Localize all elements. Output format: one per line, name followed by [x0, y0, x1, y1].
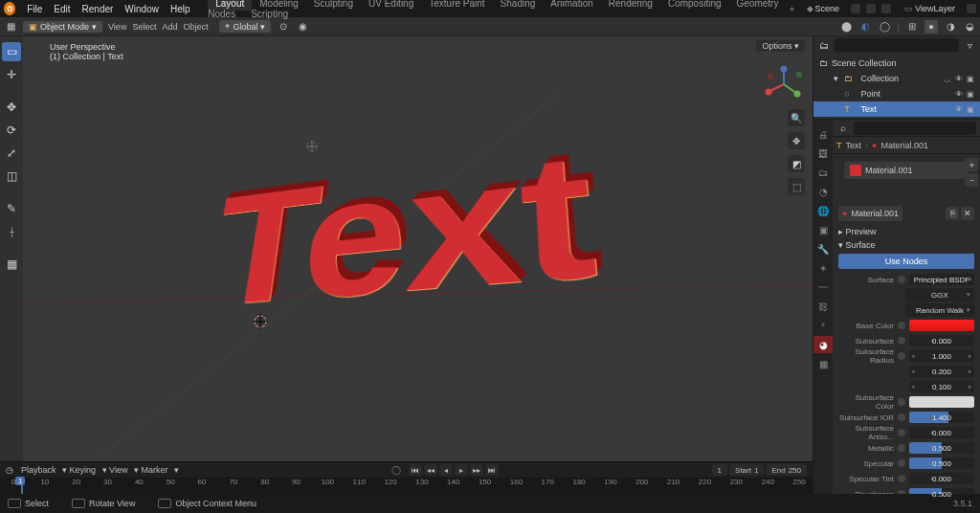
select-tool[interactable]: ▭ [2, 42, 21, 61]
mode-selector[interactable]: ▣Object Mode▾ [23, 21, 102, 33]
ptab-constraints[interactable]: ⛓ [813, 298, 833, 315]
editor-type-icon[interactable]: ▦ [4, 20, 17, 33]
filter-icon[interactable]: ▿ [963, 38, 976, 52]
tree-collection[interactable]: ▾🗀 Collection ◡👁▣ [813, 71, 980, 86]
workspace-tab-sculpting[interactable]: Sculpting [306, 0, 361, 11]
surface-panel-toggle[interactable]: ▾ Surface [838, 238, 974, 252]
tree-scene-collection[interactable]: 🗀Scene Collection [813, 56, 980, 71]
overlays-icon[interactable]: ◯ [878, 20, 891, 33]
header-menu-view[interactable]: View [108, 22, 126, 32]
keyframe-prev-button[interactable]: ◂◂ [424, 464, 437, 476]
shader-selector[interactable]: Principled BSDF▾ [909, 274, 974, 285]
transform-tool[interactable]: ◫ [2, 167, 21, 186]
move-tool[interactable]: ✥ [2, 98, 21, 117]
menu-window[interactable]: Window [119, 2, 165, 16]
ptab-object[interactable]: ▣ [813, 221, 833, 238]
prop-subsurf-color[interactable] [909, 396, 974, 408]
ptab-physics[interactable]: 〰 [813, 279, 833, 296]
viewlayer-selector[interactable]: ▭ViewLayer [901, 2, 959, 15]
play-rev-button[interactable]: ◂ [439, 464, 453, 476]
ptab-viewlayer[interactable]: 🗂 [813, 164, 833, 181]
viewport[interactable]: User Perspective (1) Collection | Text O… [23, 36, 813, 494]
shading-flat-icon[interactable]: ⬤ [839, 20, 853, 33]
cursor-tool[interactable]: ✛ [2, 65, 21, 84]
ptab-data[interactable]: ᵃ [813, 317, 833, 334]
slot-remove-button[interactable]: － [965, 173, 978, 187]
frame-end[interactable]: End 250 [766, 464, 807, 476]
prop-subsurface[interactable]: ◂0.000▸ [909, 335, 974, 346]
ptab-particles[interactable]: ✶ [813, 259, 833, 277]
camera-icon[interactable]: ◩ [788, 155, 805, 172]
options-popover[interactable]: Options ▾ [756, 40, 805, 52]
prop-subsurface-radius[interactable]: ◂1.000▸ [909, 350, 974, 362]
wireframe-icon[interactable]: ⊞ [905, 20, 919, 33]
tl-menu-marker[interactable]: Marker [141, 465, 167, 475]
ptab-material[interactable]: ◕ [813, 336, 833, 353]
workspace-tab-texture-paint[interactable]: Texture Paint [421, 0, 492, 11]
outliner-editor-icon[interactable]: 🗂 [817, 38, 831, 52]
workspace-tab-rendering[interactable]: Rendering [601, 0, 660, 11]
material-slot[interactable]: Material.001 [844, 162, 969, 179]
addcube-tool[interactable]: ▦ [2, 255, 21, 274]
jump-end-button[interactable]: ⏭ [485, 464, 499, 476]
preview-panel-toggle[interactable]: ▸ Preview [838, 225, 974, 238]
frame-start[interactable]: Start 1 [729, 464, 764, 476]
tree-item-text[interactable]: T Text👁▣ [813, 101, 980, 117]
play-button[interactable]: ▸ [455, 464, 468, 476]
tree-item-point[interactable]: ○ Point👁▣ [813, 86, 980, 101]
tl-menu-keying[interactable]: Keying [70, 465, 97, 475]
tl-menu-view[interactable]: View [109, 465, 127, 475]
mat-new-button[interactable]: ⎘ [946, 207, 959, 220]
zoom-icon[interactable]: 🔍 [788, 109, 805, 126]
ptab-output[interactable]: 🖼 [813, 145, 833, 162]
tl-menu-playback[interactable]: Playback [21, 465, 56, 475]
pan-icon[interactable]: ✥ [788, 132, 805, 149]
menu-render[interactable]: Render [77, 2, 120, 16]
prop-specular-tint[interactable]: ◂0.000▸ [909, 473, 974, 484]
rotate-tool[interactable]: ⟳ [2, 121, 21, 140]
ptab-render[interactable]: 🖨 [813, 125, 833, 143]
header-menu-add[interactable]: Add [162, 22, 177, 32]
ptab-world[interactable]: 🌐 [813, 202, 833, 219]
orientation-selector[interactable]: ⌖Global▾ [219, 20, 271, 33]
solid-icon[interactable]: ● [924, 20, 938, 33]
persp-icon[interactable]: ⬚ [788, 178, 805, 195]
timeline-playback-icon[interactable]: ◷ [6, 465, 13, 475]
keyframe-next-button[interactable]: ▸▸ [470, 464, 483, 476]
workspace-tab-compositing[interactable]: Compositing [660, 0, 729, 11]
mat-unlink-button[interactable]: ✕ [961, 207, 974, 220]
ptab-texture[interactable]: ▦ [813, 355, 833, 372]
prop-metallic[interactable]: ◂0.500▸ [909, 442, 974, 454]
nav-gizmo[interactable] [765, 65, 803, 103]
shading-matcap-icon[interactable]: ◐ [858, 20, 872, 33]
menu-file[interactable]: File [21, 2, 48, 16]
prop-subsurface-ior[interactable]: ◂1.400▸ [909, 412, 974, 423]
outliner-search[interactable] [835, 38, 959, 52]
timeline-ruler[interactable]: 0102030405060708090100110120130140150160… [0, 478, 813, 495]
matprev-icon[interactable]: ◑ [944, 20, 957, 33]
material-name-input[interactable]: ●Material.001 [838, 206, 902, 221]
header-menu-object[interactable]: Object [183, 22, 208, 32]
text-3d-object[interactable]: Text Text Text Text Text Text Text [203, 143, 601, 317]
snap-icon[interactable]: ⊙ [277, 20, 290, 33]
prop-subsurface-radius[interactable]: ◂0.200▸ [909, 366, 974, 377]
annotate-tool[interactable]: ✎ [2, 199, 21, 218]
header-menu-select[interactable]: Select [132, 22, 156, 32]
measure-tool[interactable]: ⟊ [2, 222, 21, 241]
properties-search[interactable] [854, 122, 976, 135]
render-icon[interactable]: ◒ [963, 20, 976, 33]
prop-subsurface-radius[interactable]: ◂0.100▸ [909, 381, 974, 392]
prop-subsurface-aniso-[interactable]: ◂0.000▸ [909, 427, 974, 438]
jump-start-button[interactable]: ⏮ [409, 464, 422, 476]
scale-tool[interactable]: ⤢ [2, 144, 21, 163]
distribution-selector[interactable]: GGX [905, 288, 974, 301]
use-nodes-button[interactable]: Use Nodes [838, 254, 974, 269]
workspace-tab-animation[interactable]: Animation [543, 0, 600, 11]
menu-edit[interactable]: Edit [48, 2, 76, 16]
ptab-scene[interactable]: ◔ [813, 183, 833, 200]
ptab-modifiers[interactable]: 🔧 [813, 240, 833, 257]
menu-help[interactable]: Help [165, 2, 196, 16]
subsurf-method-selector[interactable]: Random Walk [905, 303, 974, 317]
workspace-tab-shading[interactable]: Shading [493, 0, 544, 11]
workspace-tab-uv-editing[interactable]: UV Editing [361, 0, 421, 11]
